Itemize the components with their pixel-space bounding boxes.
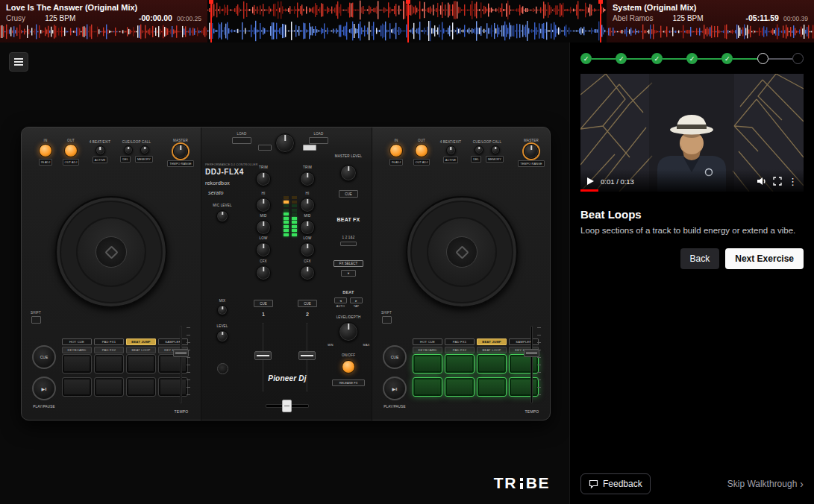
master-level-knob[interactable] [340, 165, 357, 181]
fx-on-off-button[interactable] [342, 360, 355, 374]
performance-pad[interactable] [477, 354, 507, 374]
track-overview-waveform[interactable] [207, 0, 607, 42]
trim-knob-2[interactable] [300, 171, 315, 186]
tempo-slider-track[interactable] [530, 326, 533, 403]
headphones-button[interactable] [217, 363, 228, 374]
pad-mode-pad-fx1[interactable]: PAD FX1 [94, 338, 124, 345]
fx-select-button[interactable]: ▼ [341, 270, 356, 277]
walkthrough-step-1[interactable]: ✓ [580, 53, 592, 64]
fx-assign-switch[interactable] [340, 242, 357, 246]
level-depth-knob[interactable] [339, 322, 358, 341]
pad-mode-keyboard[interactable]: KEYBOARD [62, 347, 92, 353]
performance-pad[interactable] [62, 377, 92, 397]
walkthrough-step-4[interactable]: ✓ [686, 53, 698, 64]
beat-left-button[interactable]: ◄ [334, 297, 347, 303]
pad-mode-pad-fx2[interactable]: PAD FX2 [94, 347, 124, 353]
performance-pad[interactable] [94, 377, 124, 397]
walkthrough-step-6[interactable] [757, 53, 768, 64]
pad-mode-beat-jump[interactable]: BEAT JUMP [126, 338, 156, 345]
master-tempo-knob[interactable] [173, 144, 188, 159]
load-right-button[interactable] [309, 137, 328, 144]
cue-loop-call-left-knob[interactable] [124, 145, 133, 154]
fullscreen-icon[interactable] [773, 177, 782, 186]
loop-in-button[interactable] [39, 144, 52, 157]
volume-icon[interactable] [757, 177, 767, 186]
performance-pad[interactable] [477, 377, 507, 397]
cue-loop-call-right-knob[interactable] [140, 145, 149, 154]
skip-walkthrough-link[interactable]: Skip Walkthrough › [727, 479, 804, 489]
pad-mode-beat-loop[interactable]: BEAT LOOP [477, 347, 507, 353]
cue-loop-call-left-knob[interactable] [475, 145, 483, 154]
low-knob-1[interactable] [256, 242, 271, 257]
performance-pad[interactable] [413, 354, 442, 374]
performance-pad[interactable] [445, 354, 475, 374]
headphone-cue-2-button[interactable]: CUE [298, 300, 317, 307]
feedback-button[interactable]: Feedback [580, 473, 651, 494]
performance-pad[interactable] [509, 377, 539, 397]
loop-out-button[interactable] [415, 144, 428, 157]
jog-wheel[interactable] [406, 196, 518, 308]
walkthrough-step-2[interactable]: ✓ [616, 53, 627, 64]
jog-wheel[interactable] [55, 196, 167, 308]
headphones-mix-knob[interactable] [217, 305, 228, 315]
master-tempo-knob[interactable] [524, 144, 539, 159]
loop-out-button[interactable] [64, 144, 78, 157]
back-button[interactable]: Back [680, 248, 720, 269]
back-button[interactable] [258, 145, 272, 151]
headphones-level-knob[interactable] [216, 330, 228, 342]
cue-button[interactable]: CUE [32, 345, 56, 369]
performance-pad[interactable] [158, 377, 188, 397]
view-button[interactable] [303, 145, 316, 151]
performance-pad[interactable] [126, 377, 156, 397]
four-beat-knob[interactable] [446, 145, 456, 155]
crossfader-handle[interactable] [282, 400, 292, 412]
pad-mode-pad-fx2[interactable]: PAD FX2 [445, 347, 475, 353]
trim-knob-1[interactable] [256, 171, 271, 186]
shift-button[interactable] [31, 316, 41, 324]
mid-knob-1[interactable] [256, 220, 271, 235]
channel-fader-2-handle[interactable] [298, 351, 316, 360]
four-beat-knob[interactable] [96, 145, 105, 155]
loop-in-button[interactable] [389, 144, 403, 157]
browse-knob[interactable] [275, 133, 295, 153]
shift-button[interactable] [382, 316, 392, 324]
performance-pad[interactable] [413, 377, 442, 397]
beat-right-button[interactable]: ► [350, 297, 363, 303]
performance-pad[interactable] [62, 354, 92, 374]
pad-mode-pad-fx1[interactable]: PAD FX1 [445, 338, 475, 345]
cfx-knob-2[interactable] [300, 265, 315, 280]
tempo-slider-track[interactable] [180, 326, 182, 403]
channel-fader-1-handle[interactable] [254, 351, 272, 360]
master-cue-button[interactable]: CUE [339, 190, 358, 198]
next-exercise-button[interactable]: Next Exercise [725, 248, 804, 269]
cue-loop-call-right-knob[interactable] [491, 145, 500, 154]
cue-button[interactable]: CUE [383, 345, 407, 369]
mic-level-knob[interactable] [216, 210, 228, 222]
pad-mode-hot-cue[interactable]: HOT CUE [413, 338, 442, 345]
mid-knob-2[interactable] [300, 220, 315, 235]
more-options-icon[interactable]: ⋮ [788, 177, 798, 186]
menu-button[interactable] [9, 52, 28, 72]
headphone-cue-1-button[interactable]: CUE [254, 300, 273, 307]
low-knob-2[interactable] [300, 242, 315, 257]
performance-pad[interactable] [126, 354, 156, 374]
walkthrough-step-3[interactable]: ✓ [651, 53, 663, 64]
pad-mode-hot-cue[interactable]: HOT CUE [62, 338, 92, 345]
pad-mode-beat-jump[interactable]: BEAT JUMP [477, 338, 507, 345]
cfx-knob-1[interactable] [256, 265, 271, 280]
performance-pad[interactable] [94, 354, 124, 374]
lesson-video[interactable]: 0:01 / 0:13 ⋮ [580, 74, 804, 192]
hi-knob-1[interactable] [256, 198, 271, 212]
walkthrough-step-5[interactable]: ✓ [721, 53, 733, 64]
pad-mode-keyboard[interactable]: KEYBOARD [413, 347, 442, 353]
pad-mode-beat-loop[interactable]: BEAT LOOP [126, 347, 156, 353]
play-pause-button[interactable]: ▶‖ [32, 377, 56, 400]
pad-mode-sampler[interactable]: SAMPLER [509, 338, 539, 345]
tempo-slider-handle[interactable] [524, 349, 539, 357]
performance-pad[interactable] [445, 377, 475, 397]
load-left-button[interactable] [232, 137, 251, 144]
hi-knob-2[interactable] [300, 198, 315, 212]
walkthrough-step-7[interactable] [792, 53, 804, 64]
tempo-slider-handle[interactable] [173, 349, 189, 357]
play-pause-button[interactable]: ▶‖ [383, 377, 407, 400]
